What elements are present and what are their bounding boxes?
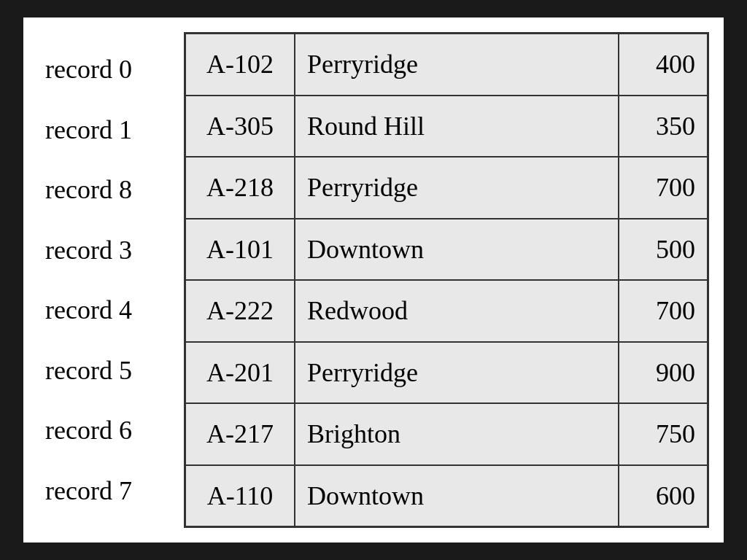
cell-amount: 700 xyxy=(619,281,707,341)
cell-branch-name: Round Hill xyxy=(295,96,619,157)
record-label-1: record 1 xyxy=(45,114,169,145)
cell-amount: 350 xyxy=(619,96,707,157)
cell-account-id: A-217 xyxy=(186,404,295,464)
cell-account-id: A-222 xyxy=(186,281,295,341)
cell-amount: 600 xyxy=(619,466,707,526)
cell-account-id: A-201 xyxy=(186,343,295,403)
record-label-0: record 0 xyxy=(45,54,169,85)
cell-account-id: A-110 xyxy=(186,466,295,526)
cell-amount: 500 xyxy=(619,219,707,280)
cell-branch-name: Brighton xyxy=(295,404,619,464)
main-container: record 0record 1record 8record 3record 4… xyxy=(23,18,724,542)
record-label-2: record 8 xyxy=(45,174,169,205)
cell-amount: 400 xyxy=(619,34,707,95)
record-label-6: record 6 xyxy=(45,415,169,446)
record-labels: record 0record 1record 8record 3record 4… xyxy=(38,32,184,528)
cell-branch-name: Perryridge xyxy=(295,34,619,95)
table-row: A-218Perryridge700 xyxy=(186,158,707,219)
cell-account-id: A-218 xyxy=(186,158,295,218)
record-label-3: record 3 xyxy=(45,235,169,265)
cell-branch-name: Redwood xyxy=(295,281,619,341)
content-area: record 0record 1record 8record 3record 4… xyxy=(38,32,709,528)
table-row: A-102Perryridge400 xyxy=(186,34,707,96)
table-row: A-201Perryridge900 xyxy=(186,343,707,405)
cell-account-id: A-102 xyxy=(186,34,295,95)
cell-amount: 750 xyxy=(619,404,707,464)
table-row: A-222Redwood700 xyxy=(186,281,707,343)
record-label-5: record 5 xyxy=(45,355,169,386)
cell-amount: 700 xyxy=(619,158,707,218)
cell-amount: 900 xyxy=(619,343,707,403)
table-container: A-102Perryridge400A-305Round Hill350A-21… xyxy=(184,32,709,528)
record-label-7: record 7 xyxy=(45,475,169,506)
cell-account-id: A-101 xyxy=(186,219,295,280)
table-row: A-305Round Hill350 xyxy=(186,96,707,158)
table-row: A-101Downtown500 xyxy=(186,219,707,281)
record-label-4: record 4 xyxy=(45,295,169,325)
table-row: A-217Brighton750 xyxy=(186,404,707,466)
cell-branch-name: Perryridge xyxy=(295,343,619,403)
cell-account-id: A-305 xyxy=(186,96,295,157)
cell-branch-name: Perryridge xyxy=(295,158,619,218)
cell-branch-name: Downtown xyxy=(295,466,619,526)
table-row: A-110Downtown600 xyxy=(186,466,707,526)
cell-branch-name: Downtown xyxy=(295,219,619,280)
